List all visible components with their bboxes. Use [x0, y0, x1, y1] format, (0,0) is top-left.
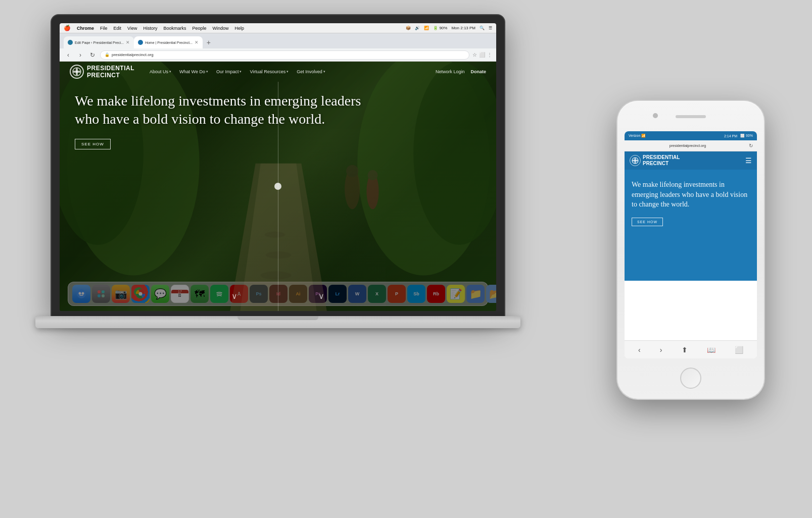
phone-home-button[interactable]: [680, 368, 701, 389]
bookmark-star-icon[interactable]: ☆: [472, 52, 477, 58]
secure-lock-icon: 🔒: [105, 53, 110, 57]
url-bar[interactable]: 🔒 presidentialprecinct.org: [100, 50, 469, 60]
phone-browser-bottom-bar: ‹ › ⬆ 📖 ⬜: [625, 340, 757, 358]
menu-bookmarks[interactable]: Bookmarks: [163, 26, 186, 31]
chrome-address-bar: ‹ › ↻ 🔒 presidentialprecinct.org ☆ ⬜ ⋮: [60, 48, 496, 62]
laptop-screen-bezel: 🍎 Chrome File Edit View History Bookmark…: [60, 23, 496, 311]
see-how-button[interactable]: SEE HOW: [75, 139, 111, 149]
menubar-right: 📦 🔊 📶 🔋 90% Mon 2:13 PM 🔍 ☰: [406, 26, 492, 30]
svg-point-8: [265, 232, 285, 238]
svg-point-7: [266, 251, 291, 258]
phone-hero-headline: We make lifelong investments in emerging…: [632, 180, 750, 210]
tab-favicon-home: [138, 40, 143, 45]
phone-share-button[interactable]: ⬆: [682, 346, 688, 354]
mac-menubar: 🍎 Chrome File Edit View History Bookmark…: [60, 23, 496, 33]
phone-time: 2:14 PM: [724, 134, 737, 138]
laptop: 🍎 Chrome File Edit View History Bookmark…: [51, 14, 505, 398]
nav-our-impact[interactable]: Our Impact ▾: [216, 69, 242, 74]
back-button[interactable]: ‹: [64, 51, 73, 59]
phone-camera: [653, 113, 658, 118]
scroll-down-left-icon: ∨: [231, 291, 237, 301]
phone-bookmarks-button[interactable]: 📖: [707, 346, 715, 354]
speaker-icon: 🔊: [415, 26, 420, 30]
phone-forward-button[interactable]: ›: [660, 346, 662, 354]
phone-screen: Verizon 📶 2:14 PM ⬜ 93% presidentialprec…: [625, 131, 757, 358]
nav-what-we-do[interactable]: What We Do ▾: [179, 69, 208, 74]
phone-battery: ⬜ 93%: [740, 134, 753, 138]
menu-chrome[interactable]: Chrome: [77, 26, 94, 31]
phone-tabs-button[interactable]: ⬜: [735, 346, 743, 354]
nav-get-involved[interactable]: Get Involved ▾: [297, 69, 325, 74]
tab-close-home[interactable]: ✕: [195, 40, 199, 45]
cast-icon[interactable]: ⬜: [479, 52, 485, 58]
logo-icon: [70, 65, 84, 79]
menu-edit[interactable]: Edit: [114, 26, 122, 31]
site-nav-right: Network Login Donate: [436, 69, 486, 74]
phone-see-how-button[interactable]: SEE HOW: [632, 218, 663, 226]
laptop-body: 🍎 Chrome File Edit View History Bookmark…: [51, 14, 505, 317]
search-icon[interactable]: 🔍: [480, 26, 485, 30]
phone-status-bar: Verizon 📶 2:14 PM ⬜ 93%: [625, 131, 757, 140]
logo-text: PRESIDENTIAL PRECINCT: [87, 65, 134, 79]
phone-logo-icon: [630, 155, 641, 166]
logo-bottom-text: PRECINCT: [87, 72, 134, 79]
phone-back-button[interactable]: ‹: [638, 346, 641, 354]
phone: Verizon 📶 2:14 PM ⬜ 93% presidentialprec…: [617, 101, 764, 399]
site-logo: PRESIDENTIAL PRECINCT: [70, 65, 134, 79]
tab-favicon-wp: [68, 40, 73, 45]
chevron-down-icon: ▾: [323, 70, 325, 74]
clock: Mon 2:13 PM: [451, 26, 475, 30]
svg-rect-15: [73, 71, 80, 73]
battery-indicator: 🔋 90%: [433, 26, 447, 30]
menu-view[interactable]: View: [127, 26, 137, 31]
chrome-tab-wp[interactable]: Edit Page ‹ Presidential Preci... ✕: [64, 36, 134, 48]
scroll-down-right-icon: ∨: [318, 291, 324, 301]
logo-top-text: PRESIDENTIAL: [87, 65, 134, 72]
phone-hero: We make lifelong investments in emerging…: [625, 170, 757, 281]
hero-headline: We make lifelong investments in emerging…: [75, 92, 365, 129]
phone-url-text: presidentialprecinct.org: [629, 144, 747, 147]
apple-icon: 🍎: [64, 25, 71, 31]
chrome-tab-home[interactable]: Home | Presidential Precinct... ✕: [134, 36, 203, 48]
phone-logo-text: PRESIDENTIAL PRECINCT: [643, 154, 680, 167]
center-dot: [274, 183, 281, 190]
scroll-indicators: ∨ ∨: [60, 291, 496, 301]
notification-icon[interactable]: ☰: [489, 26, 492, 30]
hero-content: We make lifelong investments in emerging…: [75, 92, 365, 149]
menu-window[interactable]: Window: [212, 26, 228, 31]
phone-hamburger-menu[interactable]: ☰: [745, 157, 752, 165]
new-tab-button[interactable]: +: [203, 36, 215, 48]
tab-label-wp: Edit Page ‹ Presidential Preci...: [75, 41, 124, 44]
phone-address-bar[interactable]: presidentialprecinct.org ↻: [625, 140, 757, 151]
site-navigation: PRESIDENTIAL PRECINCT About Us ▾: [60, 62, 496, 82]
hero-section: PRESIDENTIAL PRECINCT About Us ▾: [60, 62, 496, 311]
chrome-menu-icon[interactable]: ⋮: [487, 52, 492, 58]
phone-carrier: Verizon 📶: [629, 134, 724, 138]
chevron-down-icon: ▾: [240, 70, 242, 74]
chevron-down-icon: ▾: [286, 70, 289, 74]
nav-virtual-resources[interactable]: Virtual Resources ▾: [250, 69, 289, 74]
menu-help[interactable]: Help: [234, 26, 244, 31]
chrome-toolbar-icons: ☆ ⬜ ⋮: [472, 52, 492, 58]
wifi-icon: 📶: [424, 26, 429, 30]
url-text: presidentialprecinct.org: [112, 53, 154, 57]
tab-close-wp[interactable]: ✕: [126, 40, 130, 45]
site-nav-links: About Us ▾ What We Do ▾ Our Impact ▾: [150, 69, 436, 74]
network-login-link[interactable]: Network Login: [436, 69, 465, 74]
laptop-base: [35, 316, 520, 328]
phone-reload-button[interactable]: ↻: [749, 143, 753, 148]
phone-site-nav: PRESIDENTIAL PRECINCT ☰: [625, 151, 757, 170]
menu-file[interactable]: File: [100, 26, 108, 31]
reload-button[interactable]: ↻: [88, 51, 97, 59]
forward-button[interactable]: ›: [76, 51, 85, 59]
svg-point-10: [346, 165, 358, 177]
chevron-down-icon: ▾: [206, 70, 208, 74]
donate-link[interactable]: Donate: [470, 69, 486, 74]
dropbox-icon: 📦: [406, 26, 411, 30]
menu-history[interactable]: History: [143, 26, 157, 31]
svg-point-6: [261, 271, 291, 279]
menu-people[interactable]: People: [192, 26, 206, 31]
svg-rect-29: [632, 160, 638, 162]
nav-about-us[interactable]: About Us ▾: [150, 69, 171, 74]
website-content: PRESIDENTIAL PRECINCT About Us ▾: [60, 62, 496, 311]
